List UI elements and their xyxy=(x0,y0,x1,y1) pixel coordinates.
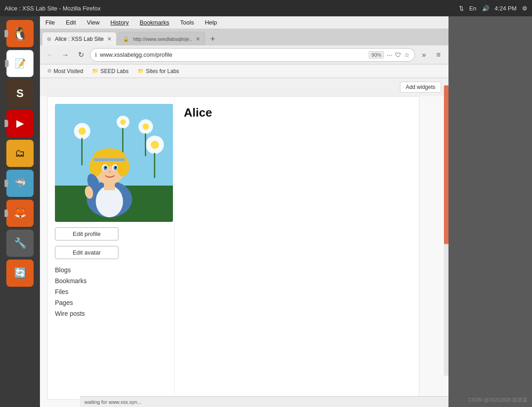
sites-for-labs-folder-icon: 📁 xyxy=(138,68,144,74)
sidebar-item-wireshark[interactable]: 🦈 xyxy=(6,170,34,197)
terminal-icon: ▶ xyxy=(16,118,24,129)
text-editor-icon: 📝 xyxy=(15,58,26,69)
profile-left: Edit profile Edit avatar Blogs Bookmarks… xyxy=(48,97,175,399)
menu-bookmarks[interactable]: Bookmarks xyxy=(138,18,171,27)
sidebar-item-files[interactable]: 🗂 xyxy=(6,140,34,167)
menu-tools[interactable]: Tools xyxy=(178,18,196,27)
svg-point-27 xyxy=(115,167,117,168)
tab-active[interactable]: ⊕ Alice : XSS Lab Site ✕ xyxy=(42,32,117,45)
bookmarks-link[interactable]: Bookmarks xyxy=(55,277,167,284)
files-icon: 🗂 xyxy=(15,147,25,159)
svg-rect-12 xyxy=(122,128,123,153)
menu-history[interactable]: History xyxy=(108,18,130,27)
address-bar: ← → ↻ ℹ www.xsslabelgg.com/profile 90% ·… xyxy=(40,45,448,64)
seed-labs-folder-icon: 📁 xyxy=(92,68,99,74)
desktop-right xyxy=(448,16,532,407)
sidebar-item-sublime[interactable]: S xyxy=(6,80,34,107)
url-text: www.xsslabelgg.com/profile xyxy=(100,51,366,58)
edit-profile-button[interactable]: Edit profile xyxy=(55,227,118,240)
svg-rect-10 xyxy=(81,138,83,165)
settings-icon: 🔧 xyxy=(14,237,26,249)
bookmark-star-icon[interactable]: ☆ xyxy=(404,51,410,59)
sidebar-item-update[interactable]: 🔄 xyxy=(6,260,34,287)
edit-avatar-button[interactable]: Edit avatar xyxy=(55,246,118,259)
bookmark-sites-for-labs[interactable]: 📁 Sites for Labs xyxy=(134,67,182,75)
status-text: waiting for www.xss.syn... xyxy=(84,399,141,405)
reader-mode-icon[interactable]: 🛡 xyxy=(395,51,401,59)
sidebar-item-text-editor[interactable]: 📝 xyxy=(6,50,34,77)
tab-label-active: Alice : XSS Lab Site xyxy=(55,36,103,42)
bookmark-sites-for-labs-label: Sites for Labs xyxy=(146,68,179,74)
wireshark-icon: 🦈 xyxy=(14,177,26,189)
window-title: Alice : XSS Lab Site - Mozilla Firefox xyxy=(5,5,101,12)
sort-icon: ⇅ xyxy=(459,5,464,12)
svg-point-28 xyxy=(109,172,111,173)
menu-file[interactable]: File xyxy=(44,18,57,27)
sidebar-item-ubuntu[interactable]: 🐧 xyxy=(6,20,34,47)
add-widgets-bar: Add widgets xyxy=(40,78,448,96)
menu-edit[interactable]: Edit xyxy=(64,18,78,27)
tab-close-inactive[interactable]: ✕ xyxy=(196,36,200,42)
taskbar-right: ⇅ En 🔊 4:24 PM ⚙ xyxy=(459,5,527,12)
avatar xyxy=(55,104,173,222)
menu-help[interactable]: Help xyxy=(203,18,219,27)
tab-inactive[interactable]: 🔒 http://www.seedlabsqlinje... ✕ xyxy=(118,32,205,45)
forward-button[interactable]: → xyxy=(59,49,72,61)
scrollbar-track[interactable] xyxy=(444,85,448,376)
profile-right: Alice xyxy=(175,97,419,399)
menu-bar: File Edit View History Bookmarks Tools H… xyxy=(40,16,448,29)
extensions-button[interactable]: » xyxy=(418,49,430,61)
page-content: Add widgets xyxy=(40,78,448,407)
lang-indicator: En xyxy=(469,5,477,12)
profile-name: Alice xyxy=(184,106,410,120)
tab-close-active[interactable]: ✕ xyxy=(107,36,112,42)
tab-bar: ⊕ Alice : XSS Lab Site ✕ 🔒 http://www.se… xyxy=(40,29,448,45)
files-link[interactable]: Files xyxy=(55,288,167,295)
pages-link[interactable]: Pages xyxy=(55,299,167,306)
bookmark-seed-labs[interactable]: 📁 SEED Labs xyxy=(89,67,132,75)
svg-rect-11 xyxy=(145,133,146,156)
power-icon: ⚙ xyxy=(522,5,527,12)
volume-icon: 🔊 xyxy=(482,5,489,12)
zoom-level: 90% xyxy=(369,51,384,59)
svg-point-3 xyxy=(79,127,86,135)
menu-view[interactable]: View xyxy=(85,18,101,27)
sidebar: 🐧 📝 S ▶ 🗂 🦈 🦊 🔧 🔄 xyxy=(0,16,40,407)
menu-button[interactable]: ≡ xyxy=(432,49,445,61)
profile-area: Edit profile Edit avatar Blogs Bookmarks… xyxy=(40,96,448,407)
sidebar-item-firefox[interactable]: 🦊 xyxy=(6,200,34,227)
blogs-link[interactable]: Blogs xyxy=(55,266,167,274)
bookmark-most-visited[interactable]: ⚙ Most Visited xyxy=(44,67,87,75)
svg-point-7 xyxy=(120,119,126,125)
most-visited-icon: ⚙ xyxy=(47,68,52,74)
update-icon: 🔄 xyxy=(14,267,26,279)
new-tab-button[interactable]: + xyxy=(206,33,219,45)
refresh-button[interactable]: ↻ xyxy=(74,49,87,61)
svg-point-15 xyxy=(96,186,123,217)
bookmark-most-visited-label: Most Visited xyxy=(54,68,83,74)
scrollbar-thumb[interactable] xyxy=(444,85,448,244)
status-bar: waiting for www.xss.syn... xyxy=(80,396,488,407)
svg-point-26 xyxy=(105,167,107,168)
profile-card: Edit profile Edit avatar Blogs Bookmarks… xyxy=(47,96,419,400)
browser-toolbar-right: » ≡ xyxy=(418,49,445,61)
add-widgets-button[interactable]: Add widgets xyxy=(400,82,441,93)
sublime-icon: S xyxy=(16,87,24,100)
more-options-icon[interactable]: ··· xyxy=(387,51,392,59)
svg-rect-21 xyxy=(94,158,125,161)
sidebar-item-settings[interactable]: 🔧 xyxy=(6,230,34,257)
tab-icon-inactive: 🔒 xyxy=(123,36,129,42)
taskbar: Alice : XSS Lab Site - Mozilla Firefox ⇅… xyxy=(0,0,532,16)
ubuntu-icon: 🐧 xyxy=(12,26,28,41)
browser-window: File Edit View History Bookmarks Tools H… xyxy=(40,16,448,407)
tab-secure-icon: ⊕ xyxy=(47,36,51,42)
watermark: CSDN @20232820 陈彦霖 xyxy=(468,397,527,403)
wire-posts-link[interactable]: Wire posts xyxy=(55,310,167,317)
tab-label-inactive: http://www.seedlabsqlinje... xyxy=(133,36,192,42)
bookmarks-bar: ⚙ Most Visited 📁 SEED Labs 📁 Sites for L… xyxy=(40,64,448,78)
svg-point-9 xyxy=(151,141,159,149)
sidebar-item-terminal[interactable]: ▶ xyxy=(6,110,34,137)
profile-links: Blogs Bookmarks Files Pages Wire posts xyxy=(55,266,167,317)
url-box[interactable]: ℹ www.xsslabelgg.com/profile 90% ··· 🛡 ☆ xyxy=(90,48,415,62)
back-button[interactable]: ← xyxy=(44,49,56,61)
